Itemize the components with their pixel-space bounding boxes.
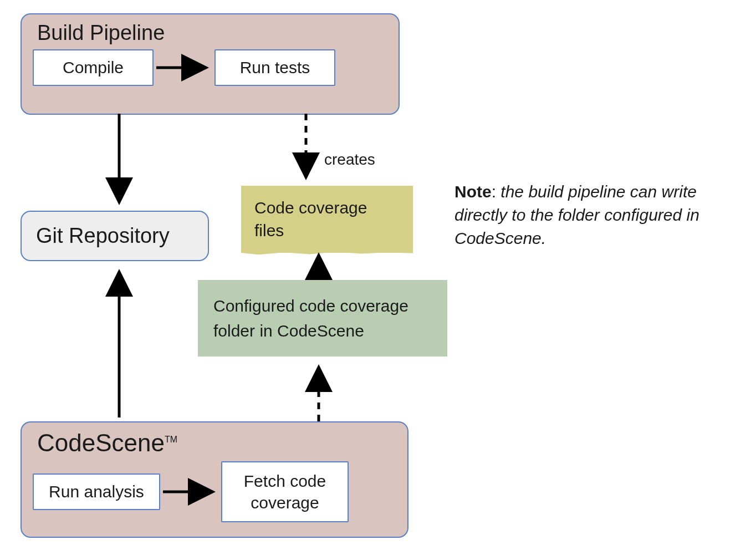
fetch-coverage-box: Fetch code coverage bbox=[221, 461, 349, 522]
arrow-fetch-to-folder bbox=[308, 360, 330, 424]
fetch-coverage-label: Fetch code coverage bbox=[244, 472, 326, 512]
compile-box: Compile bbox=[33, 49, 154, 86]
run-tests-box: Run tests bbox=[214, 49, 335, 86]
arrow-analysis-to-fetch bbox=[160, 481, 221, 503]
arrow-tests-to-coverage-files bbox=[295, 114, 317, 186]
build-pipeline-title: Build Pipeline bbox=[33, 21, 387, 45]
codescene-container: CodeSceneTM Run analysis Fetch code cove… bbox=[21, 421, 408, 538]
code-coverage-files-label: Code coverage files bbox=[254, 198, 367, 240]
configured-folder-box: Configured code coverage folder in CodeS… bbox=[198, 280, 447, 357]
git-repository-box: Git Repository bbox=[21, 211, 209, 261]
note-bold: Note bbox=[454, 182, 492, 201]
arrow-folder-to-coverage-files bbox=[308, 249, 330, 283]
run-analysis-box: Run analysis bbox=[33, 473, 160, 510]
git-repository-label: Git Repository bbox=[36, 224, 170, 247]
codescene-tm: TM bbox=[165, 435, 177, 444]
arrow-compile-to-tests bbox=[154, 57, 214, 79]
arrow-compile-to-git bbox=[108, 114, 130, 211]
note-text: Note: the build pipeline can write direc… bbox=[454, 180, 754, 250]
codescene-title-text: CodeScene bbox=[37, 429, 165, 456]
arrow-analysis-to-git bbox=[108, 265, 130, 420]
run-tests-label: Run tests bbox=[240, 58, 310, 77]
compile-label: Compile bbox=[63, 58, 124, 77]
run-analysis-label: Run analysis bbox=[49, 482, 144, 501]
build-pipeline-container: Build Pipeline Compile Run tests bbox=[21, 13, 400, 115]
code-coverage-files-box: Code coverage files bbox=[241, 186, 413, 253]
note-colon: : bbox=[492, 182, 501, 201]
creates-label: creates bbox=[324, 151, 375, 169]
configured-folder-label: Configured code coverage folder in CodeS… bbox=[213, 297, 408, 340]
codescene-title: CodeSceneTM bbox=[33, 429, 396, 457]
